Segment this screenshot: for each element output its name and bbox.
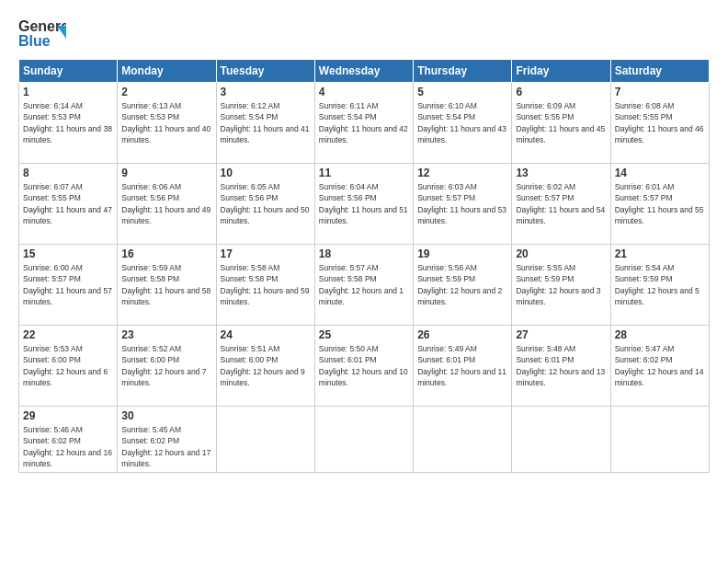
- calendar-table: SundayMondayTuesdayWednesdayThursdayFrid…: [18, 59, 710, 473]
- calendar-cell: 3 Sunrise: 6:12 AMSunset: 5:54 PMDayligh…: [216, 83, 314, 164]
- day-info: Sunrise: 6:12 AMSunset: 5:54 PMDaylight:…: [221, 100, 311, 145]
- calendar-cell: [512, 407, 610, 473]
- day-info: Sunrise: 6:06 AMSunset: 5:56 PMDaylight:…: [121, 181, 211, 226]
- day-number: 22: [23, 328, 113, 341]
- day-info: Sunrise: 6:07 AMSunset: 5:55 PMDaylight:…: [23, 181, 113, 226]
- day-info: Sunrise: 6:09 AMSunset: 5:55 PMDaylight:…: [516, 100, 606, 145]
- day-info: Sunrise: 5:47 AMSunset: 6:02 PMDaylight:…: [615, 343, 705, 388]
- calendar-cell: 5 Sunrise: 6:10 AMSunset: 5:54 PMDayligh…: [414, 83, 512, 164]
- calendar-cell: 30 Sunrise: 5:45 AMSunset: 6:02 PMDaylig…: [118, 407, 216, 473]
- day-number: 28: [615, 328, 705, 341]
- day-number: 25: [319, 328, 409, 341]
- day-number: 19: [417, 247, 507, 260]
- day-info: Sunrise: 5:50 AMSunset: 6:01 PMDaylight:…: [319, 343, 409, 388]
- day-number: 20: [516, 247, 606, 260]
- calendar-cell: [216, 407, 314, 473]
- calendar-cell: 8 Sunrise: 6:07 AMSunset: 5:55 PMDayligh…: [19, 164, 118, 245]
- calendar-cell: 23 Sunrise: 5:52 AMSunset: 6:00 PMDaylig…: [118, 326, 216, 407]
- day-info: Sunrise: 6:00 AMSunset: 5:57 PMDaylight:…: [23, 262, 113, 307]
- day-number: 27: [516, 328, 606, 341]
- svg-text:Blue: Blue: [18, 33, 51, 49]
- calendar-cell: 19 Sunrise: 5:56 AMSunset: 5:59 PMDaylig…: [414, 245, 512, 326]
- day-number: 5: [417, 86, 507, 98]
- weekday-header-sunday: Sunday: [19, 60, 118, 83]
- calendar-cell: 17 Sunrise: 5:58 AMSunset: 5:58 PMDaylig…: [216, 245, 314, 326]
- calendar-cell: 4 Sunrise: 6:11 AMSunset: 5:54 PMDayligh…: [314, 83, 413, 164]
- calendar-cell: 1 Sunrise: 6:14 AMSunset: 5:53 PMDayligh…: [19, 83, 118, 164]
- weekday-header-saturday: Saturday: [610, 60, 709, 83]
- day-number: 10: [221, 167, 311, 179]
- calendar-cell: 20 Sunrise: 5:55 AMSunset: 5:59 PMDaylig…: [512, 245, 610, 326]
- day-number: 3: [221, 86, 311, 98]
- day-info: Sunrise: 5:53 AMSunset: 6:00 PMDaylight:…: [23, 343, 113, 388]
- day-info: Sunrise: 5:54 AMSunset: 5:59 PMDaylight:…: [615, 262, 705, 307]
- day-info: Sunrise: 6:01 AMSunset: 5:57 PMDaylight:…: [615, 181, 705, 226]
- day-number: 8: [23, 167, 113, 179]
- weekday-header-monday: Monday: [118, 60, 216, 83]
- day-info: Sunrise: 6:03 AMSunset: 5:57 PMDaylight:…: [417, 181, 507, 226]
- day-info: Sunrise: 6:11 AMSunset: 5:54 PMDaylight:…: [319, 100, 409, 145]
- day-number: 26: [417, 328, 507, 341]
- day-number: 12: [417, 167, 507, 179]
- calendar-cell: 27 Sunrise: 5:48 AMSunset: 6:01 PMDaylig…: [512, 326, 610, 407]
- calendar-cell: 28 Sunrise: 5:47 AMSunset: 6:02 PMDaylig…: [610, 326, 709, 407]
- calendar-cell: 6 Sunrise: 6:09 AMSunset: 5:55 PMDayligh…: [512, 83, 610, 164]
- calendar-cell: 13 Sunrise: 6:02 AMSunset: 5:57 PMDaylig…: [512, 164, 610, 245]
- day-info: Sunrise: 5:52 AMSunset: 6:00 PMDaylight:…: [121, 343, 211, 388]
- calendar-cell: 25 Sunrise: 5:50 AMSunset: 6:01 PMDaylig…: [314, 326, 413, 407]
- day-number: 30: [121, 409, 211, 422]
- calendar-cell: 16 Sunrise: 5:59 AMSunset: 5:58 PMDaylig…: [118, 245, 216, 326]
- day-number: 11: [319, 167, 409, 179]
- day-info: Sunrise: 5:48 AMSunset: 6:01 PMDaylight:…: [516, 343, 606, 388]
- calendar-cell: 12 Sunrise: 6:03 AMSunset: 5:57 PMDaylig…: [414, 164, 512, 245]
- calendar-cell: 10 Sunrise: 6:05 AMSunset: 5:56 PMDaylig…: [216, 164, 314, 245]
- weekday-header-friday: Friday: [512, 60, 610, 83]
- calendar-cell: 7 Sunrise: 6:08 AMSunset: 5:55 PMDayligh…: [610, 83, 709, 164]
- day-number: 15: [23, 247, 113, 260]
- day-number: 6: [516, 86, 606, 98]
- weekday-header-thursday: Thursday: [414, 60, 512, 83]
- day-info: Sunrise: 5:51 AMSunset: 6:00 PMDaylight:…: [221, 343, 311, 388]
- day-number: 18: [319, 247, 409, 260]
- day-info: Sunrise: 5:49 AMSunset: 6:01 PMDaylight:…: [417, 343, 507, 388]
- calendar-cell: 2 Sunrise: 6:13 AMSunset: 5:53 PMDayligh…: [118, 83, 216, 164]
- calendar-cell: 9 Sunrise: 6:06 AMSunset: 5:56 PMDayligh…: [118, 164, 216, 245]
- day-number: 1: [23, 86, 113, 98]
- day-number: 21: [615, 247, 705, 260]
- page: General Blue SundayMondayTuesdayWednesda…: [0, 0, 728, 563]
- weekday-header-tuesday: Tuesday: [216, 60, 314, 83]
- day-number: 29: [23, 409, 113, 422]
- day-number: 14: [615, 167, 705, 179]
- day-info: Sunrise: 6:05 AMSunset: 5:56 PMDaylight:…: [221, 181, 311, 226]
- calendar-cell: 22 Sunrise: 5:53 AMSunset: 6:00 PMDaylig…: [19, 326, 118, 407]
- weekday-header-wednesday: Wednesday: [314, 60, 413, 83]
- day-number: 17: [221, 247, 311, 260]
- logo: General Blue: [18, 15, 66, 50]
- calendar-cell: 29 Sunrise: 5:46 AMSunset: 6:02 PMDaylig…: [19, 407, 118, 473]
- calendar-cell: 24 Sunrise: 5:51 AMSunset: 6:00 PMDaylig…: [216, 326, 314, 407]
- header: General Blue: [18, 15, 710, 50]
- day-number: 23: [121, 328, 211, 341]
- day-info: Sunrise: 5:56 AMSunset: 5:59 PMDaylight:…: [417, 262, 507, 307]
- day-number: 4: [319, 86, 409, 98]
- day-number: 7: [615, 86, 705, 98]
- day-number: 13: [516, 167, 606, 179]
- calendar-cell: 11 Sunrise: 6:04 AMSunset: 5:56 PMDaylig…: [314, 164, 413, 245]
- day-info: Sunrise: 6:08 AMSunset: 5:55 PMDaylight:…: [615, 100, 705, 145]
- day-info: Sunrise: 5:58 AMSunset: 5:58 PMDaylight:…: [221, 262, 311, 307]
- day-number: 16: [121, 247, 211, 260]
- day-info: Sunrise: 5:55 AMSunset: 5:59 PMDaylight:…: [516, 262, 606, 307]
- day-info: Sunrise: 5:57 AMSunset: 5:58 PMDaylight:…: [319, 262, 409, 307]
- day-info: Sunrise: 5:46 AMSunset: 6:02 PMDaylight:…: [23, 424, 113, 469]
- day-number: 24: [221, 328, 311, 341]
- day-info: Sunrise: 5:59 AMSunset: 5:58 PMDaylight:…: [121, 262, 211, 307]
- day-info: Sunrise: 6:10 AMSunset: 5:54 PMDaylight:…: [417, 100, 507, 145]
- day-info: Sunrise: 6:14 AMSunset: 5:53 PMDaylight:…: [23, 100, 113, 145]
- calendar-cell: [610, 407, 709, 473]
- day-info: Sunrise: 6:02 AMSunset: 5:57 PMDaylight:…: [516, 181, 606, 226]
- calendar-cell: 18 Sunrise: 5:57 AMSunset: 5:58 PMDaylig…: [314, 245, 413, 326]
- day-info: Sunrise: 5:45 AMSunset: 6:02 PMDaylight:…: [121, 424, 211, 469]
- logo-icon: General Blue: [18, 15, 66, 50]
- day-number: 9: [121, 167, 211, 179]
- calendar-cell: [414, 407, 512, 473]
